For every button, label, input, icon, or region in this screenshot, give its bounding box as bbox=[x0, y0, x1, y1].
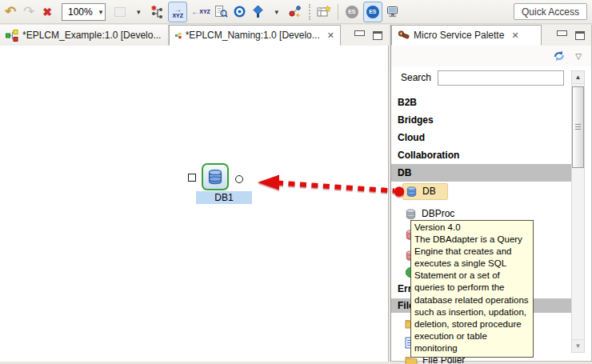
palette-tabbar: Micro Service Palette ✕ bbox=[391, 25, 591, 46]
minimize-icon[interactable] bbox=[354, 30, 365, 36]
toolbar-separator bbox=[309, 4, 310, 20]
es-mode-disabled-icon[interactable]: ES bbox=[345, 3, 359, 21]
palette-tab[interactable]: Micro Service Palette ✕ bbox=[391, 25, 542, 46]
chevron-down-icon[interactable]: ▾ bbox=[270, 3, 284, 21]
main-toolbar: ↶ ↷ ✖ 100% ▾ ▾ ✱ →XYZ ←XYZ bbox=[0, 0, 592, 24]
tooltip-line: database related operations bbox=[414, 294, 529, 306]
tooltip-line: such as insertion, updation, bbox=[414, 306, 529, 318]
indent-disabled-icon bbox=[113, 3, 127, 21]
editor-tab-eplcm-naming[interactable]: *EPLCM_Naming:1.0 [Develo... ✕ bbox=[169, 25, 341, 46]
tab-label: Micro Service Palette bbox=[414, 30, 504, 41]
tooltip-line: Engine that creates and bbox=[414, 246, 529, 258]
node-right-handle[interactable] bbox=[235, 175, 243, 183]
delete-icon[interactable]: ✖ bbox=[40, 3, 54, 21]
find-in-diagram-icon[interactable] bbox=[214, 3, 229, 21]
palette-window-buttons bbox=[550, 25, 591, 46]
zoom-level-combo[interactable]: 100% ▾ bbox=[62, 3, 106, 21]
minimize-icon[interactable] bbox=[557, 30, 567, 36]
tooltip-line: Version 4.0 bbox=[414, 222, 529, 234]
close-icon[interactable]: ✕ bbox=[327, 30, 334, 41]
search-label: Search bbox=[401, 72, 431, 83]
db-adapter-tooltip: Version 4.0 The DBAdapter is a Query Eng… bbox=[410, 220, 534, 358]
breakpoint-star-icon[interactable]: ✦ bbox=[288, 3, 302, 21]
process-canvas[interactable]: DB1 bbox=[0, 46, 389, 362]
tooltip-line: queries to perform the bbox=[414, 282, 529, 294]
tooltip-line: deletion, stored procedure bbox=[414, 318, 529, 330]
process-diagram-icon bbox=[6, 30, 18, 42]
item-label: DBProc bbox=[422, 208, 454, 219]
chevron-down-icon[interactable]: ▾ bbox=[131, 3, 146, 21]
chevron-down-icon[interactable]: ▾ bbox=[99, 8, 103, 16]
palette-toolbar: ▽ bbox=[391, 46, 591, 66]
pin-location-icon[interactable] bbox=[251, 3, 266, 21]
svg-text:✦: ✦ bbox=[295, 12, 301, 18]
category-label: Bridges bbox=[398, 114, 434, 126]
palette-category-bridges[interactable]: Bridges bbox=[391, 111, 571, 129]
es-mode-active-icon[interactable]: ES bbox=[363, 2, 382, 22]
db1-node[interactable] bbox=[202, 163, 229, 190]
editor-tabbar: *EPLCM_Example:1.0 [Develo... *EPLCM_Nam… bbox=[0, 25, 389, 46]
node-label-text: DB1 bbox=[214, 192, 233, 203]
palette-category-db[interactable]: DB bbox=[391, 164, 571, 182]
close-icon[interactable]: ✕ bbox=[511, 30, 518, 41]
db1-node-label[interactable]: DB1 bbox=[196, 191, 252, 204]
category-label: B2B bbox=[398, 97, 417, 108]
database-icon bbox=[406, 186, 418, 198]
palette-scrollbar[interactable]: ▲ ▼ bbox=[571, 70, 585, 353]
tab-label: *EPLCM_Naming:1.0 [Develo... bbox=[186, 30, 320, 41]
db-item-highlight: DB bbox=[402, 183, 448, 200]
svg-text:✱: ✱ bbox=[151, 5, 157, 12]
redo-icon[interactable]: ↷ bbox=[22, 3, 36, 21]
view-menu-icon[interactable]: ▽ bbox=[575, 52, 582, 61]
tooltip-line: Statement or a set of bbox=[414, 270, 529, 282]
maximize-icon[interactable] bbox=[575, 31, 585, 40]
deploy-monitor-icon[interactable] bbox=[386, 3, 401, 21]
new-palette-view-icon[interactable] bbox=[317, 3, 331, 21]
process-diagram-icon bbox=[175, 30, 182, 42]
category-label: DB bbox=[398, 167, 411, 178]
palette-category-collaboration[interactable]: Collaboration bbox=[391, 146, 571, 164]
quick-access-box[interactable]: Quick Access bbox=[514, 3, 587, 20]
editor-window-buttons bbox=[348, 25, 389, 46]
item-label: DB bbox=[422, 186, 436, 197]
tooltip-line: executes a single SQL bbox=[414, 258, 529, 270]
category-label: Cloud bbox=[398, 132, 425, 143]
scrollbar-grip bbox=[575, 124, 581, 131]
editor-panel: *EPLCM_Example:1.0 [Develo... *EPLCM_Nam… bbox=[0, 25, 389, 362]
palette-category-cloud[interactable]: Cloud bbox=[391, 129, 571, 146]
palette-item-db[interactable]: DB bbox=[391, 182, 571, 201]
node-left-handle[interactable] bbox=[188, 174, 196, 182]
tooltip-line: execution or table bbox=[414, 330, 529, 342]
database-gray-icon bbox=[405, 208, 417, 220]
scroll-down-icon[interactable]: ▼ bbox=[572, 339, 584, 352]
palette-search-row: Search bbox=[391, 69, 591, 86]
auto-layout-icon[interactable]: ✱ bbox=[150, 3, 164, 21]
quick-access-label: Quick Access bbox=[522, 6, 579, 18]
undo-icon[interactable]: ↶ bbox=[3, 3, 18, 21]
refresh-icon[interactable] bbox=[553, 50, 566, 62]
scroll-up-icon[interactable]: ▲ bbox=[572, 71, 584, 84]
hide-labels-icon[interactable]: ←XYZ bbox=[191, 3, 210, 21]
scrollbar-thumb[interactable] bbox=[572, 86, 584, 168]
maximize-icon[interactable] bbox=[373, 31, 382, 40]
editor-tab-eplcm-example[interactable]: *EPLCM_Example:1.0 [Develo... bbox=[0, 25, 169, 46]
palette-category-b2b[interactable]: B2B bbox=[391, 94, 571, 111]
category-label: Collaboration bbox=[398, 150, 459, 161]
tooltip-line: monitoring bbox=[414, 342, 529, 354]
tab-label: *EPLCM_Example:1.0 [Develo... bbox=[22, 30, 161, 41]
search-input[interactable] bbox=[438, 70, 564, 86]
show-labels-toggle-icon[interactable]: →XYZ bbox=[168, 2, 187, 22]
palette-icon bbox=[398, 30, 410, 41]
toolbar-separator bbox=[338, 4, 338, 20]
tooltip-line: The DBAdapter is a Query bbox=[414, 234, 529, 246]
zoom-level-value: 100% bbox=[68, 6, 93, 18]
database-icon bbox=[206, 168, 224, 186]
snapshot-icon[interactable] bbox=[233, 3, 247, 21]
